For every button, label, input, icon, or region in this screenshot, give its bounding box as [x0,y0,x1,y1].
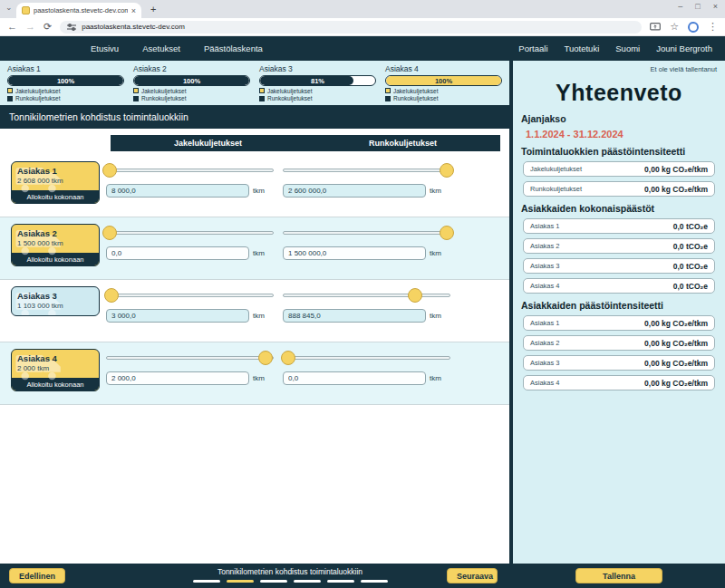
app-navbar: Etusivu Asetukset Päästölaskenta Portaal… [0,36,725,61]
jakelu-slider[interactable] [106,288,274,303]
card-customer-name: Asiakas 3 [17,291,93,301]
wizard-footer: Edellinen Tonnikilometrien kohdistus toi… [0,564,509,588]
customer-progress: 81% [259,75,376,86]
slider-thumb[interactable] [104,288,119,303]
customer-progress: 100% [385,75,502,86]
runko-slider[interactable] [283,351,450,365]
slider-thumb[interactable] [258,351,273,365]
new-tab-icon[interactable]: + [150,4,156,14]
customer-overview-3: Asiakas 3 81% Jakelukuljetukset Runkokul… [259,63,376,105]
summary-row: Asiakas 4 0,0 tCO₂e [523,278,715,294]
browser-toolbar: ← → ⟳ paastolaskenta.stevetc-dev.com ☆ ⋮ [0,18,725,36]
sidebar-footer: Tallenna [513,564,725,588]
nav-language[interactable]: Suomi [615,43,640,53]
section-3-heading: Asiakkaiden päästöintensiteetti [521,300,717,311]
allocation-row-1: Asiakas 1 2 608 000 tkm Allokoitu kokona… [0,155,509,217]
runko-legend-swatch [385,96,391,101]
allocation-row-4: Asiakas 4 2 000 tkm Allokoitu kokonaan t… [0,342,509,405]
slider-thumb[interactable] [102,226,117,240]
tab-search-chevron-icon[interactable]: ⌄ [5,3,13,12]
url-text: paastolaskenta.stevetc-dev.com [82,23,185,31]
jakelu-legend-label: Jakelukuljetukset [141,88,187,94]
slider-thumb[interactable] [440,226,454,240]
summary-row: Asiakas 1 0,00 kg CO₂e/tkm [523,315,715,331]
bookmark-star-icon[interactable]: ☆ [670,22,679,32]
browser-tab[interactable]: paastolaskenta.stevetc-dev.com × [16,3,141,18]
runko-value-input[interactable] [283,246,426,260]
card-total-tkm: 2 608 000 tkm [17,177,93,185]
jakelu-value-input[interactable] [106,309,249,323]
runko-slider[interactable] [283,288,450,303]
runko-slider[interactable] [283,226,450,240]
step-dash[interactable] [193,580,220,583]
runko-group: tkm [283,226,450,260]
card-total-tkm: 2 000 tkm [17,364,93,372]
site-info-icon[interactable] [67,24,76,31]
runko-group: tkm [283,163,450,198]
minimize-icon[interactable]: – [678,2,682,11]
step-dash[interactable] [227,580,254,583]
address-bar[interactable]: paastolaskenta.stevetc-dev.com [60,21,642,34]
runko-value-input[interactable] [283,371,426,385]
slider-thumb[interactable] [102,163,117,178]
runko-legend-label: Runkokuljetukset [393,95,439,101]
jakelu-group: tkm [106,163,274,198]
nav-asetukset[interactable]: Asetukset [142,43,180,53]
nav-tuotetuki[interactable]: Tuotetuki [565,43,600,53]
jakelu-value-input[interactable] [106,246,249,260]
step-dash[interactable] [327,580,354,583]
forward-icon[interactable]: → [25,22,35,32]
column-headers: Jakelukuljetukset Runkokuljetukset [111,135,500,151]
jakelu-legend-label: Jakelukuljetukset [393,88,439,94]
summary-title: Yhteenveto [521,80,717,106]
summary-row: Asiakas 3 0,0 tCO₂e [523,258,715,274]
jakelu-legend-swatch [259,88,265,93]
nav-etusivu[interactable]: Etusivu [91,43,119,53]
unit-label: tkm [430,374,441,382]
tab-close-icon[interactable]: × [131,6,136,15]
jakelu-slider[interactable] [106,351,274,365]
runko-value-input[interactable] [283,309,426,323]
close-window-icon[interactable]: × [713,2,718,11]
step-dash[interactable] [260,580,287,583]
jakelu-value-input[interactable] [106,184,249,198]
customer-card: Asiakas 4 2 000 tkm Allokoitu kokonaan [11,349,100,391]
profile-avatar[interactable] [688,22,699,33]
summary-row: Jakelukuljetukset 0,00 kg CO₂e/tkm [523,161,715,177]
save-button[interactable]: Tallenna [575,568,662,583]
wizard-step-title: Tonnikilometrien kohdistus toimintaluokk… [172,567,408,576]
jakelu-legend-swatch [133,88,139,93]
maximize-icon[interactable]: □ [695,2,700,11]
slider-thumb[interactable] [281,351,295,365]
step-dash[interactable] [361,580,388,583]
runko-slider[interactable] [283,163,450,178]
back-icon[interactable]: ← [7,22,17,32]
screen-share-icon[interactable] [650,23,661,32]
runko-legend-label: Runkokuljetukset [15,95,61,101]
step-indicator[interactable] [172,580,408,583]
allocation-row-3: Asiakas 3 1 103 000 tkm tkm [0,280,509,342]
runko-value-input[interactable] [283,184,426,198]
jakelu-slider[interactable] [106,163,274,178]
reload-icon[interactable]: ⟳ [44,22,52,32]
nav-portaali[interactable]: Portaali [518,43,547,53]
allocation-row-2: Asiakas 2 1 500 000 tkm Allokoitu kokona… [0,217,509,280]
summary-row: Runkokuljetukset 0,00 kg CO₂e/tkm [523,181,715,197]
next-button[interactable]: Seuraava [447,568,498,583]
slider-thumb[interactable] [408,288,422,303]
slider-thumb[interactable] [440,163,454,178]
runko-legend-label: Runkokuljetukset [267,95,313,101]
kebab-menu-icon[interactable]: ⋮ [708,22,718,32]
step-dash[interactable] [294,580,321,583]
customer-name: Asiakas 4 [385,64,502,73]
runko-group: tkm [283,351,450,385]
summary-row: Asiakas 1 0,0 tCO₂e [523,218,715,234]
previous-button[interactable]: Edellinen [9,568,65,583]
card-customer-name: Asiakas 2 [17,228,93,238]
unsaved-status: Et ole vielä tallentanut [521,65,717,73]
unit-label: tkm [430,312,441,320]
jakelu-slider[interactable] [106,226,274,240]
jakelu-value-input[interactable] [106,371,249,385]
nav-user[interactable]: Jouni Bergroth [656,43,712,53]
nav-paastolaskenta[interactable]: Päästölaskenta [204,43,263,53]
